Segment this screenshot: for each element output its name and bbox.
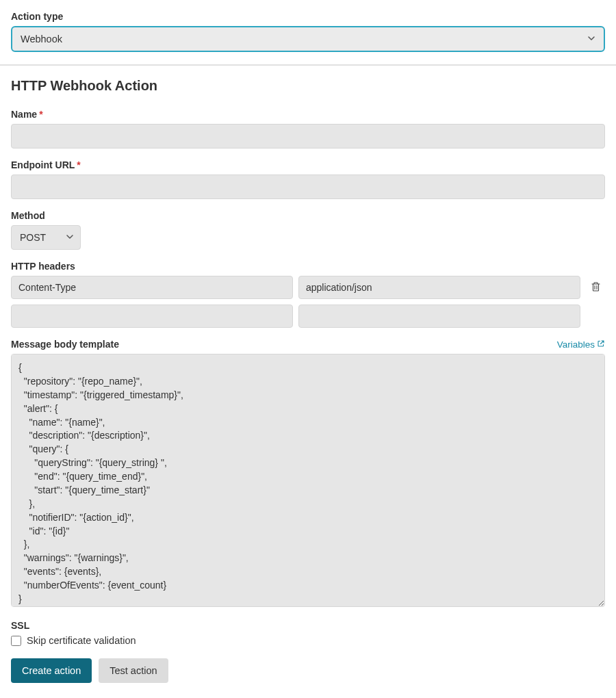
required-asterisk: * (39, 109, 42, 120)
header-value-input[interactable] (298, 305, 580, 328)
name-input[interactable] (11, 124, 605, 148)
action-type-select[interactable]: Webhook (11, 26, 605, 52)
endpoint-url-input[interactable] (11, 174, 605, 199)
header-value-input[interactable] (298, 276, 580, 299)
external-link-icon (597, 339, 605, 350)
endpoint-url-label: Endpoint URL* (11, 159, 605, 170)
test-action-button[interactable]: Test action (99, 658, 168, 683)
create-action-button[interactable]: Create action (11, 658, 92, 683)
header-key-input[interactable] (11, 276, 293, 299)
header-key-input[interactable] (11, 305, 293, 328)
trash-icon (591, 281, 601, 294)
message-body-label: Message body template (11, 339, 119, 350)
name-label: Name* (11, 109, 605, 120)
ssl-label: SSL (11, 620, 605, 631)
delete-header-button[interactable] (586, 279, 605, 297)
required-asterisk: * (77, 159, 80, 170)
method-label: Method (11, 210, 605, 221)
skip-certificate-label[interactable]: Skip certificate validation (27, 635, 136, 646)
skip-certificate-checkbox[interactable] (11, 636, 21, 646)
http-headers-label: HTTP headers (11, 261, 605, 272)
method-select[interactable]: POST (11, 225, 81, 250)
variables-link[interactable]: Variables (557, 339, 605, 350)
section-title: HTTP Webhook Action (11, 78, 605, 94)
action-type-label: Action type (11, 11, 605, 22)
message-body-textarea[interactable] (11, 354, 605, 607)
